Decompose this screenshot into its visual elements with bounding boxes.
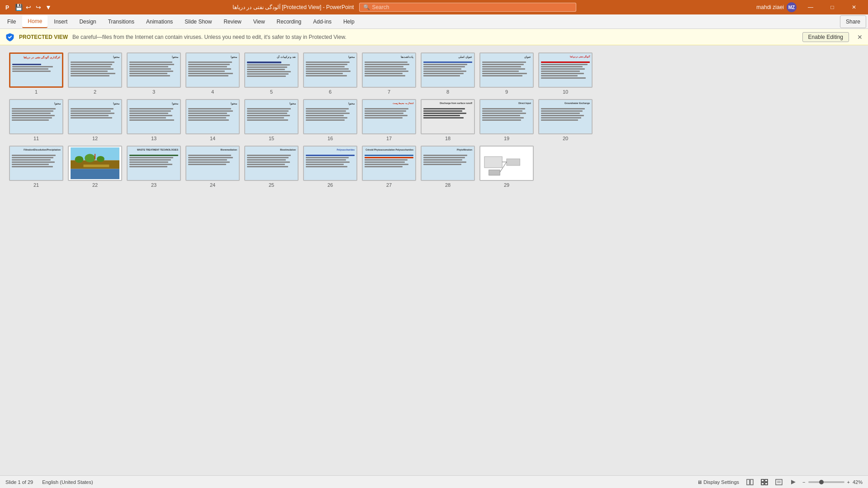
slide-item-17[interactable]: انتقال به محیط زیست 17 xyxy=(362,99,416,141)
slide-item-10[interactable]: آلودگی نفتی در دریاها 10 xyxy=(538,52,593,95)
tab-recording[interactable]: Recording xyxy=(271,16,307,28)
maximize-button[interactable]: □ xyxy=(822,0,843,14)
slide-thumb-25[interactable]: Biostimulation xyxy=(244,146,299,181)
slide-thumb-21[interactable]: Filtration/Dissolution/Precipitation xyxy=(9,146,63,181)
slide-number-16: 16 xyxy=(327,136,333,141)
slide-thumb-28[interactable]: Phytofiltration xyxy=(421,146,475,181)
slide-sorter-button[interactable] xyxy=(759,478,770,486)
slide-item-8[interactable]: عنوان اصلی 8 xyxy=(421,52,475,95)
slide-thumb-17[interactable]: انتقال به محیط زیست xyxy=(362,99,416,134)
slide-thumb-7[interactable]: یادداشت‌ها xyxy=(362,52,416,88)
slide-thumb-13[interactable]: محتوا xyxy=(127,99,181,134)
slide-item-3[interactable]: محتوا 3 xyxy=(127,52,181,95)
slide-item-21[interactable]: Filtration/Dissolution/Precipitation 21 xyxy=(9,146,63,188)
slide-thumb-18[interactable]: Discharge from surface runoff xyxy=(421,99,475,134)
slide-item-25[interactable]: Biostimulation 25 xyxy=(244,146,299,188)
slide-item-5[interactable]: نفد و ترکیبات آن 5 xyxy=(244,52,299,95)
slide-item-13[interactable]: محتوا 13 xyxy=(127,99,181,141)
customize-icon[interactable]: ▼ xyxy=(44,3,52,11)
slide-thumb-22[interactable] xyxy=(68,146,122,181)
slide-thumb-8[interactable]: عنوان اصلی xyxy=(421,52,475,88)
minimize-button[interactable]: — xyxy=(800,0,821,14)
tab-insert[interactable]: Insert xyxy=(48,16,73,28)
slide-number-22: 22 xyxy=(92,182,98,188)
slide-item-24[interactable]: Bioremediation 24 xyxy=(185,146,240,188)
close-button[interactable]: ✕ xyxy=(844,0,864,14)
slide-thumb-14[interactable]: محتوا xyxy=(185,99,240,134)
slide-thumb-9[interactable]: عنوان xyxy=(479,52,534,88)
search-box[interactable]: 🔍 xyxy=(359,3,576,12)
slide-item-1[interactable]: اثرگذاری آلودگی نفتی در دریاها 1 xyxy=(9,52,63,95)
tab-review[interactable]: Review xyxy=(218,16,247,28)
slide-item-7[interactable]: یادداشت‌ها 7 xyxy=(362,52,416,95)
slide-item-4[interactable]: محتوا 4 xyxy=(185,52,240,95)
tab-view[interactable]: View xyxy=(248,16,270,28)
slide-item-15[interactable]: محتوا 15 xyxy=(244,99,299,141)
slide-thumb-24[interactable]: Bioremediation xyxy=(185,146,240,181)
window-controls: — □ ✕ xyxy=(800,0,864,14)
tab-help[interactable]: Help xyxy=(338,16,360,28)
search-input[interactable] xyxy=(372,4,572,10)
slide-item-11[interactable]: محتوا 11 xyxy=(9,99,63,141)
slide-thumb-23[interactable]: WASTE TREATMENT TECHNOLOGIES xyxy=(127,146,181,181)
close-banner-button[interactable]: ✕ xyxy=(857,33,863,41)
slide-number-19: 19 xyxy=(504,136,509,141)
svg-rect-16 xyxy=(747,479,749,485)
slide-item-6[interactable]: محتوا 6 xyxy=(303,52,357,95)
display-settings-button[interactable]: 🖥 Display Settings xyxy=(695,479,741,486)
slide-thumb-2[interactable]: محتوا xyxy=(68,52,122,88)
slide-item-9[interactable]: عنوان 9 xyxy=(479,52,534,95)
slide-thumb-15[interactable]: محتوا xyxy=(244,99,299,134)
slide-item-14[interactable]: محتوا 14 xyxy=(185,99,240,141)
slide-number-7: 7 xyxy=(388,89,390,95)
slide-item-27[interactable]: Crinoid Phytoaccumulation Polysaccharide… xyxy=(362,146,416,188)
slide-thumb-10[interactable]: آلودگی نفتی در دریاها xyxy=(538,52,593,88)
slide-thumb-6[interactable]: محتوا xyxy=(303,52,357,88)
slide-thumb-19[interactable]: Direct Input xyxy=(479,99,534,134)
share-button[interactable]: Share xyxy=(840,15,866,28)
reading-view-button[interactable] xyxy=(773,478,784,486)
slide-thumb-1[interactable]: اثرگذاری آلودگی نفتی در دریاها xyxy=(9,52,63,88)
zoom-out-icon[interactable]: − xyxy=(802,479,805,485)
normal-view-button[interactable] xyxy=(745,478,755,486)
tab-design[interactable]: Design xyxy=(74,16,101,28)
save-icon[interactable]: 💾 xyxy=(14,3,23,11)
slide-item-2[interactable]: محتوا 2 xyxy=(68,52,122,95)
slide-item-28[interactable]: Phytofiltration 28 xyxy=(421,146,475,188)
slide-thumb-20[interactable]: Groundwater Exchange xyxy=(538,99,593,134)
redo-icon[interactable]: ↪ xyxy=(34,3,43,11)
slide-item-29[interactable]: 29 xyxy=(479,146,534,188)
slide-item-12[interactable]: محتوا 12 xyxy=(68,99,122,141)
zoom-in-icon[interactable]: + xyxy=(847,479,850,485)
slide-item-18[interactable]: Discharge from surface runoff 18 xyxy=(421,99,475,141)
protected-view-banner: PROTECTED VIEW Be careful—files from the… xyxy=(0,29,868,45)
slide-thumb-11[interactable]: محتوا xyxy=(9,99,63,134)
slide-thumb-27[interactable]: Crinoid Phytoaccumulation Polysaccharide… xyxy=(362,146,416,181)
tab-animations[interactable]: Animations xyxy=(141,16,178,28)
zoom-track[interactable] xyxy=(808,481,844,483)
tab-addins[interactable]: Add-ins xyxy=(308,16,337,28)
present-button[interactable] xyxy=(788,478,799,486)
slide-item-22[interactable]: 22 xyxy=(68,146,122,188)
zoom-thumb[interactable] xyxy=(819,480,824,484)
tab-home[interactable]: Home xyxy=(22,15,47,28)
tab-slideshow[interactable]: Slide Show xyxy=(179,16,217,28)
slide-item-16[interactable]: محتوا 16 xyxy=(303,99,357,141)
slide-thumb-3[interactable]: محتوا xyxy=(127,52,181,88)
undo-icon[interactable]: ↩ xyxy=(24,3,33,11)
slide-item-23[interactable]: WASTE TREATMENT TECHNOLOGIES 23 xyxy=(127,146,181,188)
enable-editing-button[interactable]: Enable Editing xyxy=(802,32,849,42)
slide-row-2: Groundwater Exchange 20 Direct Input xyxy=(9,99,859,141)
tab-file[interactable]: File xyxy=(2,16,21,28)
slide-item-26[interactable]: Polysaccharides 26 xyxy=(303,146,357,188)
slide-item-19[interactable]: Direct Input 19 xyxy=(479,99,534,141)
slide-thumb-12[interactable]: محتوا xyxy=(68,99,122,134)
slide-thumb-16[interactable]: محتوا xyxy=(303,99,357,134)
slide-thumb-29[interactable] xyxy=(479,146,534,181)
slide-thumb-5[interactable]: نفد و ترکیبات آن xyxy=(244,52,299,88)
slide-thumb-26[interactable]: Polysaccharides xyxy=(303,146,357,181)
tab-transitions[interactable]: Transitions xyxy=(103,16,140,28)
slide-thumb-4[interactable]: محتوا xyxy=(185,52,240,88)
slide-item-20[interactable]: Groundwater Exchange 20 xyxy=(538,99,593,141)
zoom-control[interactable]: − + 42% xyxy=(802,479,863,485)
